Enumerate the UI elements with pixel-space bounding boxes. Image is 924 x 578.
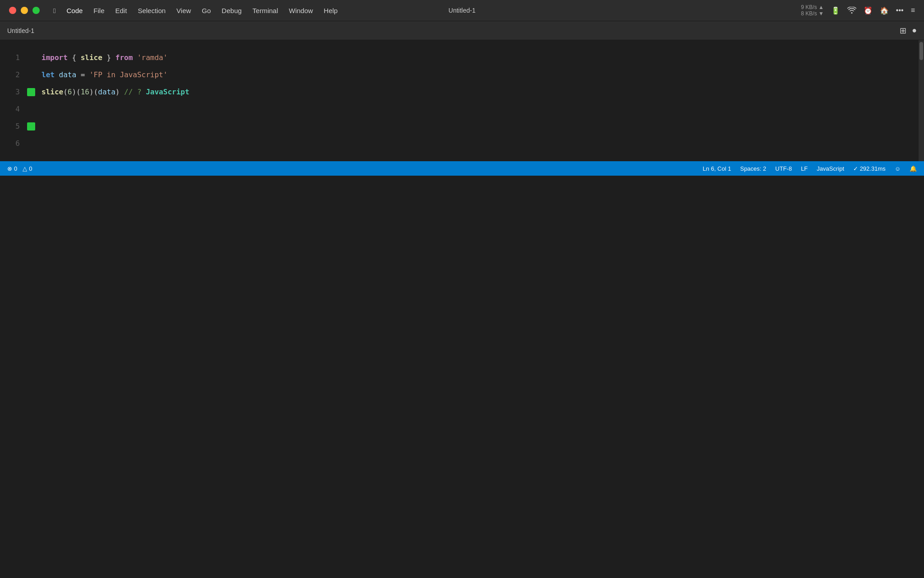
- code-line-3: let data = 'FP in JavaScript': [38, 66, 919, 84]
- editor-area[interactable]: 1 2 3 4 5 6 import { slice } from 'ramda…: [0, 40, 924, 161]
- code-line-6: [38, 101, 919, 118]
- warning-icon: △: [23, 165, 27, 172]
- titlebar:  Code File Edit Selection View Go Debug…: [0, 0, 924, 21]
- menu-view[interactable]: View: [176, 7, 191, 14]
- tab-filename[interactable]: Untitled-1: [7, 27, 34, 34]
- menu-help[interactable]: Help: [324, 7, 338, 14]
- maximize-button[interactable]: [32, 7, 40, 14]
- tab-actions: ⊞ ●: [900, 26, 917, 36]
- close-button[interactable]: [9, 7, 16, 14]
- status-right: Ln 6, Col 1 Spaces: 2 UTF-8 LF JavaScrip…: [703, 165, 917, 172]
- unsaved-indicator: ●: [912, 26, 917, 35]
- timing: ✓ 292.31ms: [853, 165, 886, 172]
- vertical-scrollbar[interactable]: [919, 40, 924, 161]
- notification-icon[interactable]: 🔔: [910, 165, 917, 172]
- line-number-4: 4: [0, 101, 20, 118]
- indentation[interactable]: Spaces: 2: [740, 165, 766, 172]
- gutter: [27, 40, 38, 161]
- line-number-5: 5: [0, 118, 20, 135]
- status-left: ⊗ 0 △ 0: [7, 165, 32, 172]
- scrollbar-thumb[interactable]: [919, 42, 923, 60]
- traffic-lights: [9, 7, 40, 14]
- titlebar-right: 9 KB/s ▲8 KB/s ▼ 🔋 ⏰ 🏠 ••• ≡: [801, 4, 915, 17]
- menu-apple[interactable]: : [53, 7, 55, 14]
- line-number-2: 2: [0, 66, 20, 84]
- more-icon[interactable]: •••: [896, 6, 904, 14]
- status-bar: ⊗ 0 △ 0 Ln 6, Col 1 Spaces: 2 UTF-8 LF J…: [0, 161, 924, 176]
- line-number-6: 6: [0, 135, 20, 152]
- battery-icon: 🔋: [831, 6, 840, 15]
- menu-code[interactable]: Code: [66, 7, 83, 14]
- menu-bar:  Code File Edit Selection View Go Debug…: [53, 7, 337, 14]
- line-numbers: 1 2 3 4 5 6: [0, 40, 27, 161]
- wifi-icon: [847, 7, 856, 14]
- menu-edit[interactable]: Edit: [116, 7, 127, 14]
- line-number-1: 1: [0, 49, 20, 66]
- line-number-3: 3: [0, 84, 20, 101]
- error-icon: ⊗: [7, 165, 12, 172]
- window-title: Untitled-1: [448, 7, 476, 14]
- feedback-icon[interactable]: ☺: [895, 165, 901, 172]
- breakpoint-5[interactable]: [27, 122, 35, 131]
- finder-icon: 🏠: [880, 6, 889, 15]
- code-line-1: import { slice } from 'ramda': [38, 49, 919, 66]
- line-ending[interactable]: LF: [801, 165, 808, 172]
- split-editor-icon[interactable]: ⊞: [900, 26, 906, 36]
- menu-debug[interactable]: Debug: [222, 7, 241, 14]
- network-status: 9 KB/s ▲8 KB/s ▼: [801, 4, 824, 17]
- minimize-button[interactable]: [21, 7, 28, 14]
- error-count[interactable]: ⊗ 0 △ 0: [7, 165, 32, 172]
- breakpoint-3[interactable]: [27, 88, 35, 96]
- menu-go[interactable]: Go: [202, 7, 211, 14]
- code-line-5: slice(6)(16)(data) // ? JavaScript: [38, 84, 919, 101]
- language-mode[interactable]: JavaScript: [817, 165, 844, 172]
- menu-selection[interactable]: Selection: [138, 7, 166, 14]
- tab-bar: Untitled-1 ⊞ ●: [0, 21, 924, 40]
- titlebar-left:  Code File Edit Selection View Go Debug…: [9, 7, 337, 14]
- clock-icon: ⏰: [864, 6, 873, 15]
- menu-window[interactable]: Window: [289, 7, 313, 14]
- list-icon[interactable]: ≡: [911, 6, 915, 14]
- menu-file[interactable]: File: [93, 7, 104, 14]
- cursor-position[interactable]: Ln 6, Col 1: [703, 165, 731, 172]
- code-editor[interactable]: import { slice } from 'ramda' let data =…: [38, 40, 919, 161]
- encoding[interactable]: UTF-8: [775, 165, 792, 172]
- menu-terminal[interactable]: Terminal: [253, 7, 278, 14]
